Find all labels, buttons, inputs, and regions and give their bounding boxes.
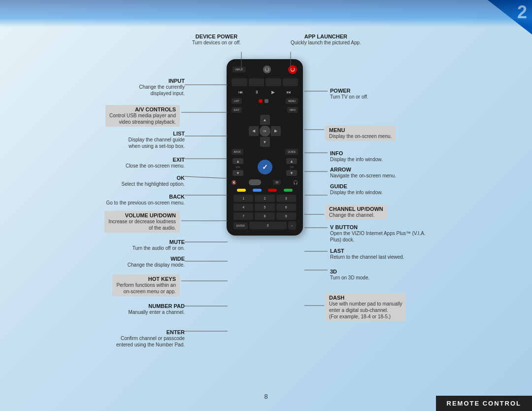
num-9-button[interactable]: 9 — [276, 212, 296, 220]
num-6-button[interactable]: 6 — [276, 204, 296, 211]
color-keys-row — [230, 188, 300, 193]
3d-title: 3D — [330, 269, 478, 274]
remote-control-label: REMOTE CONTROL — [436, 396, 532, 411]
mute-title: MUTE — [47, 239, 185, 245]
channel-desc: Change the channel. — [329, 212, 383, 218]
dpad-left-button[interactable]: ◀ — [249, 126, 259, 136]
dpad-container: ▲ ▼ ◀ ▶ OK — [230, 115, 300, 147]
mute-annotation: MUTE Turn the audio off or on. — [47, 239, 185, 251]
enter-button[interactable]: ENTER — [233, 222, 248, 229]
input-button[interactable]: INPUT — [233, 67, 246, 72]
list-annotation: LIST Display the channel guidewhen using… — [47, 131, 185, 149]
remote-control: INPUT ⏮ ⏸ ▶ ⏭ LIST — [227, 59, 303, 236]
app-button-2[interactable] — [249, 78, 265, 86]
info-annotation: INFO Display the info window. — [330, 150, 478, 163]
device-power-title: DEVICE POWER — [192, 34, 241, 39]
wide-desc: Change the display mode. — [47, 262, 185, 268]
hotkeys-title: HOT KEYS — [116, 276, 176, 282]
app-launcher-title: APP LAUNCHER — [291, 34, 361, 39]
yellow-key[interactable] — [237, 189, 246, 192]
power-button[interactable] — [288, 65, 297, 74]
numberpad-title: NUMBER PAD — [47, 303, 185, 309]
v-button[interactable]: ✓ — [258, 160, 272, 174]
hotkeys-annotation: HOT KEYS Perform functions within anon-s… — [32, 274, 180, 296]
channel-title: CHANNEL UP/DOWN — [329, 206, 383, 212]
info-desc: Display the info window. — [330, 156, 478, 163]
rewind-button[interactable]: ⏮ — [238, 90, 243, 95]
num-7-button[interactable]: 7 — [233, 212, 253, 220]
app-launcher-annotation: APP LAUNCHER Quickly launch the pictured… — [291, 34, 361, 46]
back-title: BACK — [47, 194, 185, 200]
fast-forward-button[interactable]: ⏭ — [287, 90, 291, 95]
app-button-4[interactable] — [283, 78, 299, 86]
numberpad-desc: Manually enter a channel. — [47, 309, 185, 315]
num-1-button[interactable]: 1 — [233, 195, 253, 202]
dpad-right-button[interactable]: ▶ — [271, 126, 281, 136]
arrow-desc: Navigate the on-screen menu. — [330, 172, 478, 179]
info-title: INFO — [330, 150, 478, 156]
num-3-button[interactable]: 3 — [276, 195, 296, 202]
vol-ch-row: ▲ VOL ▼ ✓ ▲ CH ▼ — [230, 157, 300, 177]
last-desc: Return to the channel last viewed. — [330, 254, 478, 260]
menu-button[interactable]: MENU — [286, 98, 298, 104]
red-key[interactable] — [268, 189, 277, 192]
ch-down-button[interactable]: ▼ — [286, 170, 297, 176]
volume-desc: Increase or decrease loudnessof the audi… — [108, 218, 176, 231]
guide-button[interactable]: GUIDE — [285, 149, 298, 155]
stop-button[interactable] — [265, 99, 268, 103]
green-key[interactable] — [284, 189, 293, 192]
play-button[interactable]: ▶ — [271, 90, 275, 95]
vol-down-button[interactable]: ▼ — [233, 170, 243, 176]
mute-button[interactable]: 🔇 — [232, 180, 236, 185]
list-button[interactable]: LIST — [232, 98, 242, 104]
device-power-button[interactable] — [263, 66, 271, 73]
volume-annotation: VOLUME UP/DOWN Increase or decrease loud… — [32, 211, 180, 233]
menu-annotation: MENU Display the on-screen menu. — [325, 126, 478, 141]
vbutton-desc: Open the VIZIO Internet Apps Plus™ (V.I.… — [330, 230, 478, 243]
pause-button[interactable]: ⏸ — [255, 90, 259, 95]
vol-up-button[interactable]: ▲ — [233, 158, 243, 164]
av-controls-annotation: A/V CONTROLS Control USB media player an… — [32, 105, 180, 127]
blue-key[interactable] — [253, 189, 262, 192]
back-button[interactable]: BACK — [232, 149, 243, 155]
dpad-down-button[interactable]: ▼ — [260, 137, 270, 147]
num-4-button[interactable]: 4 — [233, 204, 253, 211]
num-2-button[interactable]: 2 — [255, 195, 274, 202]
device-power-annotation: DEVICE POWER Turn devices on or off. — [192, 34, 241, 46]
remote-body: INPUT ⏮ ⏸ ▶ ⏭ LIST — [227, 59, 303, 236]
app-button-3[interactable] — [266, 78, 281, 86]
list-title: LIST — [47, 131, 185, 137]
channel-annotation: CHANNEL UP/DOWN Change the channel. — [325, 205, 478, 220]
page-number: 8 — [264, 393, 267, 400]
ok-title: OK — [47, 175, 185, 181]
vol-label: VOL — [235, 166, 240, 169]
ok-desc: Select the highlighted option. — [47, 181, 185, 187]
exit-button[interactable]: EXIT — [232, 107, 242, 113]
vbutton-title: V BUTTON — [330, 224, 478, 230]
record-button[interactable] — [259, 99, 263, 103]
app-launcher-desc: Quickly launch the pictured App. — [291, 39, 361, 46]
menu-title: MENU — [329, 127, 392, 133]
dpad-up-button[interactable]: ▲ — [260, 115, 270, 125]
info-button[interactable]: INFO — [287, 107, 298, 113]
zero-button[interactable]: 0 — [249, 222, 287, 229]
numberpad-annotation: NUMBER PAD Manually enter a channel. — [47, 303, 185, 315]
power-title: POWER — [330, 88, 478, 94]
arrow-annotation: ARROW Navigate the on-screen menu. — [330, 167, 478, 179]
enter-annotation: ENTER Confirm channel or passcodeentered… — [47, 329, 185, 348]
dash-button[interactable]: – — [288, 221, 296, 230]
num-8-button[interactable]: 8 — [255, 212, 274, 220]
ok-button[interactable]: OK — [260, 126, 270, 137]
volume-title: VOLUME UP/DOWN — [108, 212, 176, 218]
volume-col: ▲ VOL ▼ — [233, 158, 243, 176]
input-title: INPUT — [47, 78, 185, 84]
app-button-1[interactable] — [232, 78, 247, 86]
svg-line-4 — [185, 176, 228, 178]
ch-up-button[interactable]: ▲ — [286, 158, 297, 164]
headphone-button[interactable]: 🎧 — [293, 180, 298, 185]
last-annotation: LAST Return to the channel last viewed. — [330, 248, 478, 260]
btn-3d[interactable]: 3D — [273, 180, 281, 185]
rec-stop-group — [259, 99, 268, 103]
num-5-button[interactable]: 5 — [255, 204, 274, 211]
av-controls-desc: Control USB media player andvideo stream… — [109, 112, 176, 125]
